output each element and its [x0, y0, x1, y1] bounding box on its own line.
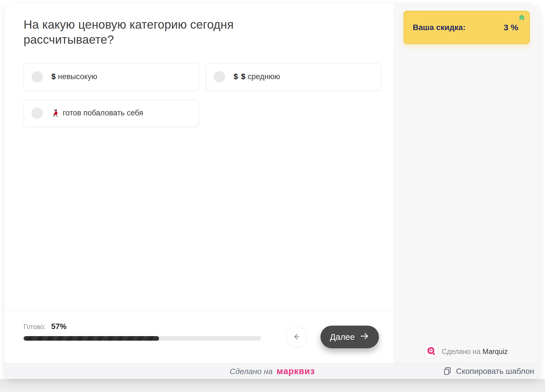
footer-brand-text: марквиз [276, 366, 315, 376]
double-chevron-up-icon [518, 14, 526, 22]
quiz-widget: На какую ценовую категорию сегодня рассч… [5, 3, 540, 379]
option-label: невысокую [58, 72, 97, 81]
answer-option[interactable]: готов побаловать себя [24, 100, 199, 127]
footer-made-on-prefix: Сделано на [230, 367, 272, 376]
next-button[interactable]: Далее [320, 326, 379, 348]
option-label: готов побаловать себя [63, 109, 143, 117]
discount-value: 3 % [504, 23, 518, 32]
arrow-right-icon [359, 332, 370, 342]
back-button[interactable] [286, 326, 307, 347]
marquiz-brand-text: Marquiz [483, 347, 508, 355]
radio-button-icon[interactable] [32, 71, 43, 83]
quiz-footer-controls: Готово: 57% Далее [5, 310, 393, 363]
option-label: среднюю [248, 72, 280, 81]
dancer-emoji-icon [51, 109, 60, 118]
discount-label: Ваша скидка: [413, 23, 466, 32]
question-title: На какую ценовую категорию сегодня рассч… [24, 17, 268, 47]
progress-bar [24, 336, 261, 341]
answer-option[interactable]: $ $ среднюю [206, 63, 381, 90]
copy-template-button[interactable]: Скопировать шаблон [443, 367, 540, 376]
next-button-label: Далее [330, 332, 355, 342]
dollar-icon: $ [51, 72, 56, 81]
answer-option[interactable]: $ невысокую [24, 63, 199, 90]
options-list: $ невысокую $ $ среднюю готов побаловать… [24, 63, 382, 127]
copy-icon [443, 367, 452, 376]
page: { "question": { "title": "На какую ценов… [0, 0, 545, 392]
discount-box: Ваша скидка: 3 % [404, 11, 530, 44]
question-panel: На какую ценовую категорию сегодня рассч… [5, 3, 393, 363]
made-on-marquiz-link[interactable]: Сделано наMarquiz [393, 345, 540, 357]
footer-bar: Сделано на марквиз Скопировать шаблон [5, 363, 540, 379]
footer-made-on-link[interactable]: Сделано на марквиз [230, 366, 315, 376]
page-background-strip [0, 379, 545, 392]
copy-template-label: Скопировать шаблон [456, 367, 534, 376]
double-dollar-icon: $ $ [234, 72, 246, 81]
radio-button-icon[interactable] [214, 71, 225, 83]
progress-bar-fill [24, 336, 159, 341]
progress-value: 57% [51, 322, 66, 331]
marquiz-logo-icon [425, 345, 437, 357]
made-on-badge-text: Сделано наMarquiz [442, 347, 508, 356]
arrow-left-icon [292, 332, 301, 342]
progress-label: Готово: [24, 323, 45, 331]
radio-button-icon[interactable] [32, 108, 43, 119]
sidebar: Ваша скидка: 3 % Сделано [393, 3, 540, 363]
